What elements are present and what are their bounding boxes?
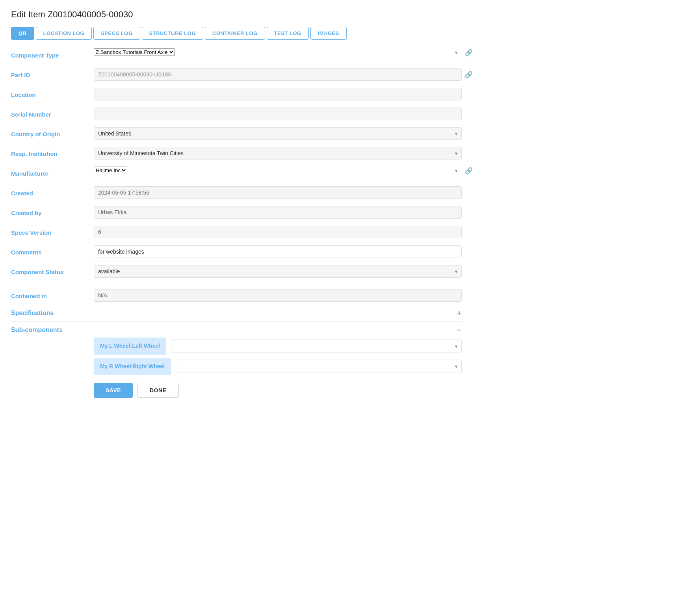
subcomponents-collapse-button[interactable]: − [457,326,462,334]
created-value: 2024-06-05 17:58:56 [94,186,462,199]
subcomp-label-1: My L Wheel:Left Wheel [94,338,166,355]
specs-version-label: Specs Version [11,226,94,237]
tab-location-log[interactable]: LOCATION LOG [36,27,92,40]
manufacturer-label: Manufacturer [11,167,94,178]
done-button[interactable]: DONE [137,383,178,398]
serial-number-input[interactable] [94,108,462,120]
country-of-origin-label: Country of Origin [11,127,94,138]
location-input[interactable] [94,88,462,100]
buttons-row: SAVE DONE [94,383,462,398]
manufacturer-row: Manufacturer Hajime Inc 🔗 [11,167,462,182]
resp-institution-label: Resp. Institution [11,147,94,158]
subcomp-select-2[interactable] [176,360,462,373]
specifications-row: Specifications + [11,309,462,317]
country-of-origin-row: Country of Origin United States [11,127,462,142]
subcomponents-section-row: Sub-components − [11,326,462,334]
save-button[interactable]: SAVE [94,383,133,398]
subcomp-select-1[interactable] [171,340,462,353]
tab-bar: QR LOCATION LOG SPECS LOG STRUCTURE LOG … [11,27,462,40]
component-type-link-icon[interactable]: 🔗 [465,48,473,56]
component-type-label: Component Type [11,48,94,59]
subcomp-label-2: My R Wheel:Right Wheel [94,358,171,375]
resp-institution-row: Resp. Institution University of Minnesot… [11,147,462,162]
subcomponents-label: Sub-components [11,327,94,334]
component-status-row: Component Status available [11,265,462,280]
location-label: Location [11,88,94,99]
subcomp-row-2: My R Wheel:Right Wheel [94,358,462,375]
specs-version-row: Specs Version 6 [11,226,462,241]
tab-images[interactable]: IMAGES [310,27,347,40]
subcomp-select-wrapper-2 [176,360,462,373]
created-label: Created [11,186,94,197]
part-id-value: Z00100400005-00030-US186 [94,68,462,81]
specifications-label: Specifications [11,310,94,317]
manufacturer-select[interactable]: Hajime Inc [94,167,127,174]
component-type-row: Component Type Z.Sandbox.Tutorials.Front… [11,48,462,63]
contained-in-value: N/A [94,289,462,302]
location-row: Location [11,88,462,103]
divider-2 [11,321,462,322]
contained-in-row: Contained in N/A [11,289,462,304]
subcomp-row-1: My L Wheel:Left Wheel [94,338,462,355]
tab-container-log[interactable]: CONTAINER LOG [205,27,265,40]
subcomponents-area: My L Wheel:Left Wheel My R Wheel:Right W… [94,338,462,375]
edit-form: Component Type Z.Sandbox.Tutorials.Front… [11,48,462,398]
comments-row: Comments [11,245,462,260]
tab-qr[interactable]: QR [11,27,34,40]
contained-in-label: Contained in [11,289,94,300]
manufacturer-link-icon[interactable]: 🔗 [465,167,473,174]
created-by-row: Created by Urbas Ekka [11,206,462,221]
divider-1 [11,285,462,285]
tab-structure-log[interactable]: STRUCTURE LOG [142,27,203,40]
part-id-row: Part ID Z00100400005-00030-US186 🔗 [11,68,462,83]
tab-test-log[interactable]: TEST LOG [267,27,309,40]
created-row: Created 2024-06-05 17:58:56 [11,186,462,201]
page-title: Edit Item Z00100400005-00030 [11,9,462,20]
resp-institution-select[interactable]: University of Minnesota Twin Cities [94,147,462,160]
created-by-label: Created by [11,206,94,217]
comments-label: Comments [11,245,94,256]
comments-input[interactable] [94,245,462,258]
part-id-label: Part ID [11,68,94,79]
component-status-label: Component Status [11,265,94,276]
subcomp-select-wrapper-1 [171,340,462,353]
component-type-select[interactable]: Z.Sandbox.Tutorials.Front Axle [94,48,175,56]
component-status-select[interactable]: available [94,265,462,278]
part-id-link-icon[interactable]: 🔗 [465,71,473,78]
specifications-add-button[interactable]: + [457,309,462,317]
serial-number-label: Serial Number [11,108,94,119]
serial-number-row: Serial Number [11,108,462,122]
specs-version-value: 6 [94,226,462,238]
tab-specs-log[interactable]: SPECS LOG [93,27,140,40]
created-by-value: Urbas Ekka [94,206,462,219]
country-of-origin-select[interactable]: United States [94,127,462,140]
